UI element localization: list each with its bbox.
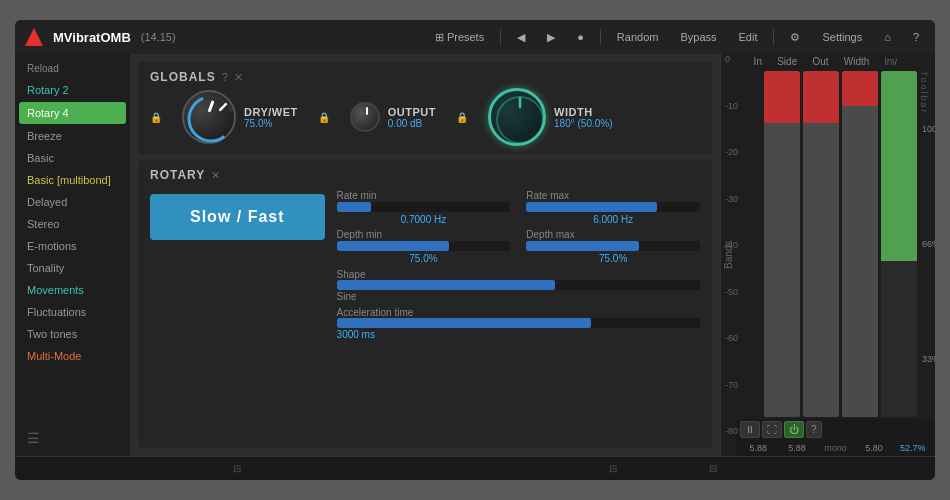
bar-out-gray — [842, 106, 878, 417]
sidebar-bottom-icon[interactable]: ☰ — [15, 424, 130, 452]
app-title: MVibratOMB — [53, 30, 131, 45]
home-button[interactable]: ⌂ — [878, 29, 897, 45]
acceleration-label: Acceleration time — [337, 307, 414, 318]
depth-max-param: Depth max 75.0% — [526, 229, 700, 264]
output-knob[interactable] — [350, 102, 380, 132]
sidebar-item-movements[interactable]: Movements — [15, 279, 130, 301]
bar-width-track — [881, 71, 917, 417]
bars-area: 100% 66% 33% — [740, 71, 917, 417]
settings-button[interactable]: Settings — [816, 29, 868, 45]
output-lock-icon[interactable]: 🔒 — [318, 112, 330, 123]
edit-button[interactable]: Edit — [733, 29, 764, 45]
shape-param: Shape Sine — [337, 268, 700, 302]
rate-max-bar-container[interactable] — [526, 202, 700, 212]
depth-min-value: 75.0% — [337, 253, 511, 264]
width-lock-icon[interactable]: 🔒 — [456, 112, 468, 123]
y-20: -20 — [725, 147, 738, 157]
width-label: WIDTH 180° (50.0%) — [554, 106, 612, 129]
col-label-inv: inv — [885, 56, 898, 67]
y-30: -30 — [725, 194, 738, 204]
dry-wet-knob[interactable] — [182, 90, 236, 144]
acceleration-bar-container[interactable] — [337, 318, 700, 328]
rotary-section: ROTARY ✕ Slow / Fast Rate min — [138, 160, 712, 448]
bypass-button[interactable]: Bypass — [674, 29, 722, 45]
sidebar-item-stereo[interactable]: Stereo — [15, 213, 130, 235]
depth-max-bar-container[interactable] — [526, 241, 700, 251]
rate-max-bar — [526, 202, 656, 212]
bar-side-track — [803, 71, 839, 417]
expand-button[interactable]: ⛶ — [762, 421, 782, 438]
main-panel: GLOBALS ? ✕ 🔒 — [130, 54, 720, 456]
shape-bar — [337, 280, 555, 290]
freq-4: 52.7% — [894, 443, 931, 453]
nav-next-button[interactable]: ▶ — [541, 29, 561, 46]
bottom-icon: ⊟ — [233, 463, 241, 474]
bar-out — [842, 71, 878, 417]
col-label-out: Out — [812, 56, 828, 67]
bar-width: 100% 66% 33% — [881, 71, 917, 417]
width-percent-labels: 100% 66% 33% — [922, 71, 935, 417]
width-name: WIDTH — [554, 106, 612, 118]
width-knob[interactable] — [488, 88, 546, 146]
power-button[interactable]: ⏻ — [784, 421, 804, 438]
sidebar-item-basic-multibond[interactable]: Basic [multibond] — [15, 169, 130, 191]
bar-in-gray — [764, 123, 800, 417]
col-label-side: Side — [777, 56, 797, 67]
y-axis: 0 -10 -20 -30 -40 -50 -60 -70 -80 — [725, 54, 738, 436]
help-button[interactable]: ? — [907, 29, 925, 45]
rate-max-label: Rate max — [526, 190, 700, 201]
rate-min-bar — [337, 202, 372, 212]
bar-out-track — [842, 71, 878, 417]
dry-wet-group: DRY/WET 75.0% — [182, 90, 298, 144]
acceleration-bar — [337, 318, 591, 328]
depth-max-bar — [526, 241, 639, 251]
bar-out-red — [842, 71, 878, 106]
acceleration-value: 3000 ms — [337, 329, 375, 340]
slow-fast-button[interactable]: Slow / Fast — [150, 194, 325, 240]
sidebar-item-breeze[interactable]: Breeze — [15, 125, 130, 147]
width-66: 66% — [922, 239, 935, 249]
bar-side-gray — [803, 123, 839, 417]
freq-2: 5.88 — [779, 443, 816, 453]
depth-min-bar-container[interactable] — [337, 241, 511, 251]
y-10: -10 — [725, 101, 738, 111]
sidebar-item-multimode[interactable]: Multi-Mode — [15, 345, 130, 367]
nav-prev-button[interactable]: ◀ — [511, 29, 531, 46]
pause-button[interactable]: ⏸ — [740, 421, 760, 438]
depth-max-label: Depth max — [526, 229, 700, 240]
rate-min-bar-container[interactable] — [337, 202, 511, 212]
sidebar-item-delayed[interactable]: Delayed — [15, 191, 130, 213]
settings-icon[interactable]: ⚙ — [784, 29, 806, 46]
rotary-delete-icon[interactable]: ✕ — [211, 169, 220, 182]
nav-dot-button[interactable]: ● — [571, 29, 590, 45]
sidebar-item-tonality[interactable]: Tonality — [15, 257, 130, 279]
sidebar-item-fluctuations[interactable]: Fluctuations — [15, 301, 130, 323]
sidebar-item-reload[interactable]: Reload — [15, 58, 130, 79]
globals-content: 🔒 DRY/WET 75.0% — [150, 88, 700, 146]
random-button[interactable]: Random — [611, 29, 665, 45]
sidebar-item-basic[interactable]: Basic — [15, 147, 130, 169]
globals-delete-icon[interactable]: ✕ — [234, 71, 243, 84]
presets-button[interactable]: ⊞ Presets — [429, 29, 490, 46]
sidebar-item-rotary4[interactable]: Rotary 4 — [19, 102, 126, 124]
sidebar-item-emotions[interactable]: E-motions — [15, 235, 130, 257]
dry-wet-name: DRY/WET — [244, 106, 298, 118]
sidebar-item-rotary2[interactable]: Rotary 2 — [15, 79, 130, 101]
bar-in-red — [764, 71, 800, 123]
width-value: 180° (50.0%) — [554, 118, 612, 129]
rate-min-param: Rate min 0.7000 Hz — [337, 190, 511, 225]
width-group: WIDTH 180° (50.0%) — [488, 88, 612, 146]
rotary-header: ROTARY ✕ — [150, 168, 700, 182]
sidebar-item-twotones[interactable]: Two tones — [15, 323, 130, 345]
rate-max-param: Rate max 6.000 Hz — [526, 190, 700, 225]
globals-help-icon[interactable]: ? — [222, 71, 228, 83]
y-80: -80 — [725, 426, 738, 436]
side-controls: ⏸ ⛶ ⏻ ? — [736, 419, 935, 440]
params-grid: Rate min 0.7000 Hz Rate max — [337, 190, 700, 264]
shape-bar-container[interactable] — [337, 280, 700, 290]
bar-in — [764, 71, 800, 417]
dry-wet-lock-icon[interactable]: 🔒 — [150, 112, 162, 123]
analyzer-area: 0 -10 -20 -30 -40 -50 -60 -70 -80 — [736, 69, 935, 419]
rotary-params: Rate min 0.7000 Hz Rate max — [337, 186, 700, 340]
analyzer-help-button[interactable]: ? — [806, 421, 822, 438]
